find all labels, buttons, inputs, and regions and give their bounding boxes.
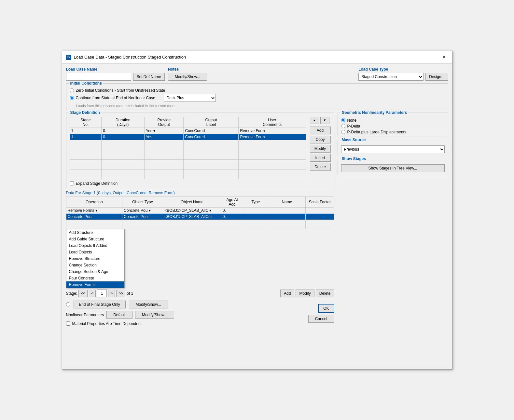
main-content: Stage Definition StageNo. Duration(Days)… <box>66 113 448 326</box>
stage-nav: Stage: << < > >> of 1 Add Modify Delete <box>66 290 334 297</box>
zero-initial-radio-label[interactable]: Zero Initial Conditions - Start from Uns… <box>70 88 445 93</box>
expand-stage-checkbox[interactable] <box>70 181 74 185</box>
zero-initial-radio[interactable] <box>70 88 74 92</box>
dropdown-item-change-section[interactable]: Change Section <box>66 262 124 268</box>
stage-modify-button[interactable]: Modify <box>310 145 331 153</box>
stage-first-button[interactable]: << <box>78 290 88 297</box>
expand-stage-row: Expand Stage Definition <box>70 181 331 186</box>
stage-last-button[interactable]: >> <box>116 290 125 297</box>
mass-source-select[interactable]: Previous <box>341 145 445 153</box>
dropdown-item-add-structure[interactable]: Add Structure <box>66 229 124 236</box>
dropdown-item-load-if-added[interactable]: Load Objects If Added <box>66 242 124 249</box>
operation-dropdown-container: Add Structure Add Guide Structure Load O… <box>66 229 125 288</box>
continue-from-state-radio[interactable] <box>70 96 74 100</box>
notes-modify-show-button[interactable]: Modify/Show... <box>168 73 207 81</box>
op-delete-button[interactable]: Delete <box>316 290 334 297</box>
op-col-object-name: Object Name <box>163 196 221 207</box>
stage-delete-button[interactable]: Delete <box>310 163 331 171</box>
zero-initial-text: Zero Initial Conditions - Start from Uns… <box>76 88 165 93</box>
dropdown-item-pour-concrete[interactable]: Pour Concrete <box>66 275 124 281</box>
op-col-object-type: Object Type <box>122 196 163 207</box>
material-row: Material Properties Are Time Dependent <box>66 321 299 326</box>
load-case-name-input[interactable]: Deck Cured NonComp <box>66 73 131 81</box>
geom-none-text: None <box>347 118 357 123</box>
continue-from-state-radio-label[interactable]: Continue from State at End of Nonlinear … <box>70 96 155 100</box>
notes-group: Notes Modify/Show... <box>168 67 355 81</box>
col-stage-no: StageNo. <box>70 117 102 128</box>
op-modify-button[interactable]: Modify <box>296 290 314 297</box>
dropdown-item-change-section-age[interactable]: Change Section & Age <box>66 268 124 275</box>
cell-comments-2: Remove Form <box>239 134 306 140</box>
geom-pdelta-large-radio[interactable] <box>341 130 345 134</box>
stage-of-text: of 1 <box>127 291 133 296</box>
material-time-dependent-label: Material Properties Are Time Dependent <box>72 321 142 326</box>
show-stages-content: Show Stages In Tree View... <box>341 162 445 172</box>
table-row[interactable]: 1 0. Yes ▾ ConcCured Remove Form <box>70 128 306 134</box>
nonlinear-default-button[interactable]: Default <box>106 311 132 319</box>
title-bar: B Load Case Data - Staged Construction S… <box>62 51 452 64</box>
table-row[interactable]: 1 0. Yes ConcCured Remove Form <box>70 134 306 140</box>
table-row-empty <box>70 150 306 159</box>
stage-down-button[interactable]: ▼ <box>320 117 329 124</box>
dropdown-item-add-guide[interactable]: Add Guide Structure <box>66 236 124 242</box>
col-user-comments: UserComments <box>239 117 306 128</box>
expand-stage-label: Expand Stage Definition <box>76 181 118 186</box>
op-col-operation: Operation <box>66 196 122 207</box>
show-stages-tree-button[interactable]: Show Stages In Tree View... <box>341 164 445 172</box>
stage-prev-button[interactable]: < <box>89 290 96 297</box>
geom-pdelta-large-text: P-Delta plus Large Displacements <box>347 130 406 134</box>
stage-definition-group: Stage Definition StageNo. Duration(Days)… <box>66 113 334 188</box>
notes-label: Notes <box>168 67 355 72</box>
material-time-dependent-checkbox[interactable] <box>66 321 70 326</box>
end-of-final-modify-show-button[interactable]: Modify/Show... <box>129 301 168 308</box>
left-panel: Stage Definition StageNo. Duration(Days)… <box>66 113 334 326</box>
end-of-final-radio-label[interactable] <box>66 302 70 306</box>
bottom-left-controls: End of Final Stage Only Modify/Show... N… <box>66 301 299 326</box>
end-of-final-radio[interactable] <box>66 302 70 306</box>
geom-pdelta-label[interactable]: P-Delta <box>341 124 445 129</box>
set-def-name-button[interactable]: Set Def Name <box>133 73 165 81</box>
op-table-row[interactable]: Remove Forms ▾ Concrete Pou ▾ <BOBJ1>CP_… <box>66 207 334 213</box>
col-output-label: OutputLabel <box>184 117 239 128</box>
operation-dropdown-menu: Add Structure Add Guide Structure Load O… <box>66 229 125 288</box>
op-cell-type-val-1 <box>243 207 268 213</box>
stage-add-button[interactable]: Add <box>310 127 331 134</box>
stage-up-button[interactable]: ▲ <box>310 117 319 124</box>
cancel-button[interactable]: Cancel <box>308 315 334 323</box>
bottom-row: End of Final Stage Only Modify/Show... N… <box>66 301 334 326</box>
op-table-row[interactable]: Concrete Pour Concrete Pour <BOBJ1>CP_SL… <box>66 213 334 220</box>
nonlinear-case-select[interactable]: Deck Plus <box>164 94 216 102</box>
stage-next-button[interactable]: > <box>108 290 115 297</box>
header-top: Load Case Name Deck Cured NonComp Set De… <box>66 67 448 81</box>
stage-current-input[interactable] <box>97 290 107 297</box>
cell-stage-1: 1 <box>70 128 102 134</box>
geom-none-radio[interactable] <box>341 118 345 122</box>
op-cell-name-val-1 <box>268 207 306 213</box>
data-for-stage-label: Data For Stage 1 (0. days; Output: ConcC… <box>66 191 334 195</box>
design-button[interactable]: Design... <box>425 73 448 81</box>
show-stages-group: Show Stages Show Stages In Tree View... <box>338 159 448 175</box>
stage-insert-button[interactable]: Insert <box>310 154 331 162</box>
nonlinear-modify-show-button[interactable]: Modify/Show... <box>135 311 174 319</box>
geom-none-label[interactable]: None <box>341 118 445 123</box>
close-button[interactable]: ✕ <box>440 54 448 61</box>
geom-pdelta-large-label[interactable]: P-Delta plus Large Displacements <box>341 130 445 134</box>
geom-pdelta-radio[interactable] <box>341 124 345 128</box>
ok-button[interactable]: OK <box>318 304 334 313</box>
op-cell-age-1: 0. <box>221 207 243 213</box>
load-case-type-select[interactable]: Staged Construction <box>358 73 424 81</box>
stage-copy-button[interactable]: Copy <box>310 136 331 143</box>
op-cell-scale-2 <box>306 213 334 220</box>
table-row-empty <box>70 159 306 169</box>
end-of-final-row: End of Final Stage Only Modify/Show... <box>66 301 299 308</box>
op-cell-type-2: Concrete Pour <box>122 213 163 220</box>
end-of-final-stage-button[interactable]: End of Final Stage Only <box>74 301 126 308</box>
stage-table: StageNo. Duration(Days) ProvideOutput Ou… <box>70 117 306 179</box>
op-cell-age-2: 0. <box>221 213 243 220</box>
op-col-age: Age At Add <box>221 196 243 207</box>
nonlinear-row: Nonlinear Parameters Default Modify/Show… <box>66 311 299 319</box>
dropdown-item-load-objects[interactable]: Load Objects <box>66 249 124 255</box>
dropdown-item-remove-forms[interactable]: Remove Forms <box>66 281 124 288</box>
dropdown-item-remove-structure[interactable]: Remove Structure <box>66 255 124 262</box>
op-add-button[interactable]: Add <box>280 290 294 297</box>
